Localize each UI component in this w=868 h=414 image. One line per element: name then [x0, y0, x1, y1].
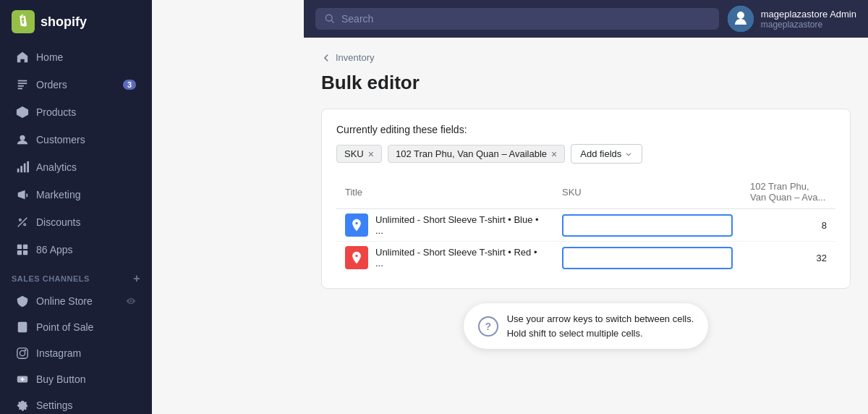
sidebar: shopify Home Orders 3 Products Customers…	[0, 0, 152, 414]
svg-rect-1	[18, 83, 27, 84]
svg-rect-11	[17, 250, 22, 255]
availability-cell-1: 8	[741, 209, 835, 242]
search-bar[interactable]	[315, 8, 719, 30]
col-availability: 102 Tran Phu, Van Quan – Ava...	[741, 175, 835, 209]
nav-item-pos[interactable]: Point of Sale	[4, 315, 148, 339]
nav-item-buy-button[interactable]: Buy Button	[4, 367, 148, 392]
availability-cell-2: 32	[741, 242, 835, 274]
tags-row: SKU × 102 Tran Phu, Van Quan – Available…	[336, 144, 835, 164]
marketing-icon	[16, 188, 29, 201]
svg-rect-2	[18, 85, 24, 87]
location-tag: 102 Tran Phu, Van Quan – Available ×	[388, 145, 565, 163]
add-channel-icon[interactable]: +	[133, 272, 140, 285]
top-bar: mageplazastore Admin mageplazastore	[304, 0, 868, 38]
table-row: Unlimited - Short Sleeve T-shirt • Red •…	[336, 242, 835, 274]
svg-rect-17	[17, 348, 27, 358]
home-icon	[16, 51, 29, 64]
product-thumb-red	[345, 246, 368, 269]
nav-item-marketing[interactable]: Marketing	[4, 182, 148, 208]
back-icon	[321, 53, 331, 63]
buy-button-icon	[16, 373, 29, 386]
svg-rect-7	[24, 164, 26, 173]
instagram-icon	[16, 347, 29, 360]
shopify-icon	[12, 10, 35, 33]
online-store-icon	[16, 295, 29, 308]
tooltip-icon: ?	[478, 316, 498, 337]
svg-rect-16	[20, 329, 23, 329]
nav-item-analytics[interactable]: Analytics	[4, 154, 148, 180]
nav-item-online-store[interactable]: Online Store	[4, 289, 148, 313]
pos-icon	[16, 321, 29, 334]
nav-item-home[interactable]: Home	[4, 44, 148, 70]
editing-label: Currently editing these fields:	[336, 124, 835, 135]
user-info: mageplazastore Admin mageplazastore	[761, 9, 856, 30]
main-content: Inventory Bulk editor Currently editing …	[304, 38, 868, 414]
svg-point-18	[20, 350, 25, 355]
search-icon	[324, 13, 336, 25]
sku-cell-1[interactable]	[553, 209, 741, 242]
svg-rect-15	[20, 326, 25, 327]
sku-cell-2[interactable]	[553, 242, 741, 274]
sales-channels-header: SALES CHANNELS +	[0, 263, 152, 288]
tooltip-bar: ? Use your arrow keys to switch between …	[321, 303, 851, 349]
nav-item-products[interactable]: Products	[4, 99, 148, 125]
products-icon	[16, 106, 29, 119]
analytics-icon	[16, 161, 29, 174]
user-name: mageplazastore Admin	[761, 9, 856, 20]
sidebar-logo[interactable]: shopify	[0, 0, 152, 43]
product-cell-1: Unlimited - Short Sleeve T-shirt • Blue …	[336, 209, 553, 242]
svg-point-4	[20, 135, 25, 140]
svg-rect-12	[23, 250, 27, 255]
nav-item-orders[interactable]: Orders 3	[4, 72, 148, 98]
sku-input-1[interactable]	[562, 214, 733, 237]
dropdown-icon	[624, 150, 633, 159]
sku-input-2[interactable]	[562, 247, 733, 269]
svg-rect-6	[20, 166, 22, 172]
svg-rect-3	[18, 88, 22, 90]
nav-item-settings[interactable]: Settings	[4, 392, 148, 414]
bulk-table: Title SKU 102 Tran Phu, Van Quan – Ava..…	[336, 175, 835, 274]
table-row: Unlimited - Short Sleeve T-shirt • Blue …	[336, 209, 835, 242]
svg-point-19	[25, 350, 25, 350]
apps-icon	[16, 243, 29, 256]
svg-rect-10	[23, 245, 27, 249]
page-title: Bulk editor	[321, 72, 851, 94]
product-thumb-blue	[345, 214, 368, 237]
svg-rect-0	[18, 80, 27, 82]
bulk-editor-card: Currently editing these fields: SKU × 10…	[321, 109, 851, 289]
svg-rect-14	[20, 324, 25, 326]
tooltip-text: Use your arrow keys to switch between ce…	[507, 312, 694, 340]
orders-badge: 3	[123, 80, 136, 90]
nav-item-discounts[interactable]: Discounts	[4, 209, 148, 235]
nav-item-instagram[interactable]: Instagram	[4, 341, 148, 366]
product-cell-2: Unlimited - Short Sleeve T-shirt • Red •…	[336, 242, 553, 274]
brand-name: shopify	[41, 14, 87, 30]
location-tag-remove[interactable]: ×	[551, 149, 557, 159]
discounts-icon	[16, 216, 29, 229]
svg-point-21	[326, 14, 332, 21]
breadcrumb[interactable]: Inventory	[321, 52, 851, 63]
settings-icon	[16, 399, 29, 412]
svg-rect-8	[27, 161, 29, 172]
svg-rect-9	[17, 245, 22, 249]
col-sku: SKU	[553, 175, 741, 209]
search-input[interactable]	[341, 13, 710, 25]
user-area: mageplazastore Admin mageplazastore	[728, 6, 856, 32]
eye-icon[interactable]	[126, 296, 136, 306]
orders-icon	[16, 78, 29, 91]
sku-tag-remove[interactable]: ×	[368, 149, 374, 159]
sku-tag: SKU ×	[336, 145, 382, 163]
col-title: Title	[336, 175, 553, 209]
user-avatar	[728, 6, 754, 32]
tooltip: ? Use your arrow keys to switch between …	[464, 303, 709, 349]
add-fields-button[interactable]: Add fields	[571, 144, 642, 164]
svg-rect-5	[17, 169, 20, 172]
nav-item-customers[interactable]: Customers	[4, 127, 148, 153]
customers-icon	[16, 133, 29, 146]
nav-item-apps[interactable]: 86 Apps	[4, 237, 148, 263]
user-store: mageplazastore	[761, 20, 856, 30]
